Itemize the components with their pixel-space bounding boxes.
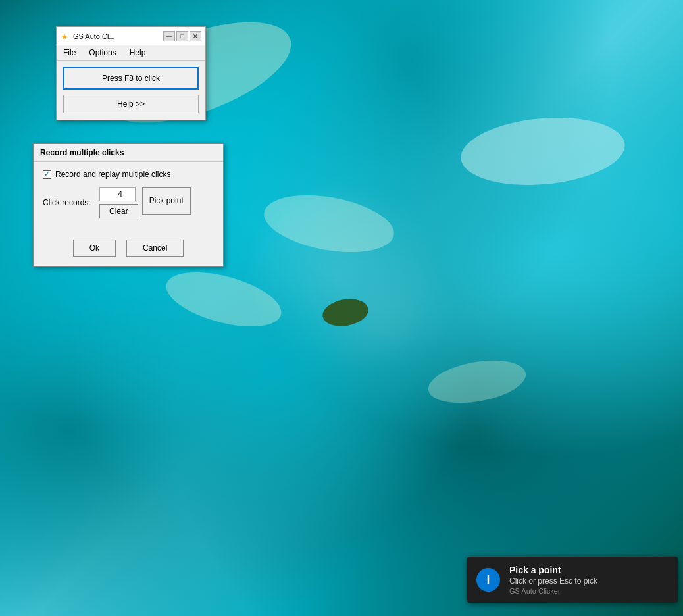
ok-button[interactable]: Ok: [73, 240, 116, 257]
notification-app-name: GS Auto Clicker: [509, 587, 669, 595]
menu-help[interactable]: Help: [126, 47, 150, 59]
cancel-button[interactable]: Cancel: [126, 240, 184, 257]
pick-point-notification: i Pick a point Click or press Esc to pic…: [467, 557, 678, 603]
window-title: GS Auto Cl...: [73, 32, 163, 40]
bg-patch: [260, 186, 399, 261]
notification-title: Pick a point: [509, 565, 669, 575]
record-replay-label: Record and replay multiple clicks: [55, 170, 170, 179]
help-button[interactable]: Help >>: [63, 95, 199, 113]
notification-body: Click or press Esc to pick: [509, 577, 669, 586]
bg-patch: [425, 353, 529, 409]
menu-file[interactable]: File: [59, 47, 80, 59]
app-window: ★ GS Auto Cl... — □ ✕ File Options Help …: [56, 26, 206, 120]
record-replay-checkbox[interactable]: [43, 170, 51, 179]
clear-button[interactable]: Clear: [99, 204, 138, 218]
record-multiple-clicks-dialog: Record multiple clicks Record and replay…: [33, 143, 224, 267]
checkbox-row: Record and replay multiple clicks: [43, 170, 214, 179]
click-records-input[interactable]: [99, 187, 136, 201]
island-shape: [320, 295, 370, 330]
maximize-button[interactable]: □: [176, 31, 188, 41]
app-icon: ★: [61, 32, 70, 41]
bg-patch: [458, 111, 628, 191]
dialog-content: Record and replay multiple clicks Click …: [34, 162, 223, 233]
records-fields: Clear: [99, 187, 138, 218]
notification-content: Pick a point Click or press Esc to pick …: [509, 565, 669, 595]
records-and-pick: Clear Pick point: [99, 187, 191, 218]
dialog-footer: Ok Cancel: [34, 233, 223, 266]
press-f8-button[interactable]: Press F8 to click: [63, 67, 199, 90]
title-bar-buttons: — □ ✕: [163, 31, 201, 41]
menu-bar: File Options Help: [57, 45, 205, 61]
close-button[interactable]: ✕: [190, 31, 201, 41]
click-records-label: Click records:: [43, 198, 95, 207]
app-content: Press F8 to click Help >>: [57, 61, 205, 120]
pick-point-button[interactable]: Pick point: [142, 187, 191, 215]
menu-options[interactable]: Options: [85, 47, 120, 59]
dialog-title: Record multiple clicks: [34, 144, 223, 162]
notification-icon: i: [476, 568, 500, 592]
title-bar: ★ GS Auto Cl... — □ ✕: [57, 27, 205, 45]
bg-patch: [161, 262, 287, 337]
click-records-row: Click records: Clear Pick point: [43, 187, 214, 218]
minimize-button[interactable]: —: [163, 31, 175, 41]
